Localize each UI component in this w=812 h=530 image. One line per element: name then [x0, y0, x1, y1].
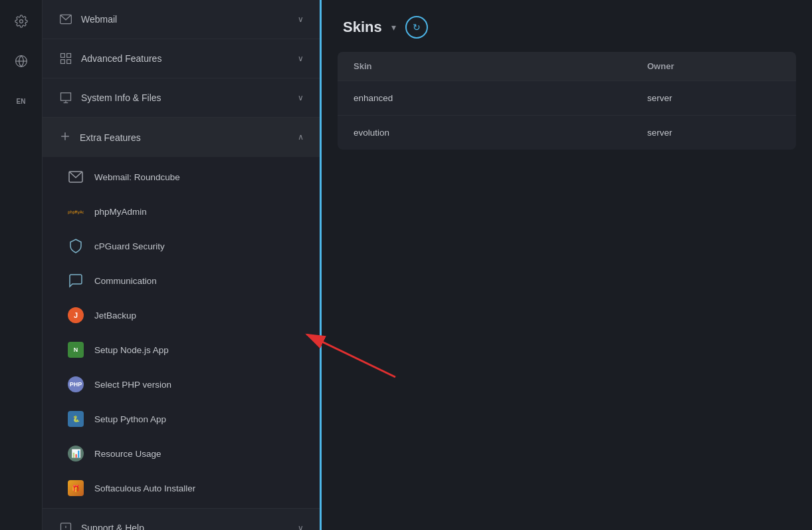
sidebar-item-python[interactable]: 🐍 Setup Python App [43, 402, 320, 436]
sidebar-section-advanced-header[interactable]: Advanced Features ∨ [43, 39, 320, 78]
sidebar-item-communication[interactable]: Communication [43, 263, 320, 298]
sysinfo-header-icon [58, 90, 73, 105]
sidebar-section-advanced: Advanced Features ∨ [43, 39, 320, 78]
skins-dropdown-chevron: ▾ [391, 22, 396, 33]
sidebar-item-webmail-roundcube[interactable]: Webmail: Roundcube [43, 160, 320, 194]
sidebar-item-softaculous[interactable]: 🎁 Softaculous Auto Installer [43, 471, 320, 505]
advanced-section-label: Advanced Features [81, 53, 161, 64]
php-version-label: Select PHP version [94, 380, 171, 390]
nodejs-label: Setup Node.js App [94, 345, 169, 355]
cpguard-icon [66, 237, 85, 255]
support-section-label: Support & Help [81, 523, 144, 530]
svg-rect-5 [67, 54, 71, 58]
resource-usage-label: Resource Usage [94, 449, 161, 459]
python-label: Setup Python App [94, 414, 166, 424]
svg-point-0 [19, 20, 23, 23]
webmail-header-icon [58, 12, 73, 27]
gear-nav-item[interactable] [8, 8, 35, 35]
communication-icon [66, 271, 85, 290]
php-icon: PHP [66, 375, 85, 394]
sidebar-item-cpguard[interactable]: cPGuard Security [43, 229, 320, 263]
extra-features-header[interactable]: Extra Features ∨ [43, 118, 320, 157]
language-selector[interactable]: EN [8, 88, 35, 114]
skin-name-enhanced: enhanced [354, 93, 647, 103]
sidebar-section-extra: Extra Features ∨ Webmail: Roundcube [43, 118, 320, 509]
svg-rect-6 [67, 60, 71, 64]
webmail-roundcube-label: Webmail: Roundcube [94, 172, 180, 182]
advanced-header-icon [58, 51, 73, 66]
nodejs-icon: N [66, 340, 85, 359]
sidebar-section-sysinfo-header[interactable]: System Info & Files ∨ [43, 78, 320, 117]
sidebar-item-resource-usage[interactable]: 📊 Resource Usage [43, 436, 320, 471]
softaculous-label: Softaculous Auto Installer [94, 483, 195, 493]
skin-owner-evolution: server [647, 128, 780, 138]
sidebar-section-sysinfo: System Info & Files ∨ [43, 78, 320, 118]
webmail-chevron: ∨ [298, 15, 304, 24]
table-row: evolution server [338, 116, 796, 150]
webmail-roundcube-icon [66, 168, 85, 186]
resource-usage-icon: 📊 [66, 444, 85, 463]
sidebar: Webmail ∨ Advanced Feature [43, 0, 322, 530]
sidebar-item-phpmyadmin[interactable]: phpMyAdmin phpMyAdmin [43, 194, 320, 229]
advanced-chevron: ∨ [298, 54, 304, 63]
refresh-button[interactable]: ↻ [405, 16, 428, 39]
main-content: Skins ▾ ↻ Skin Owner enhanced server evo… [322, 0, 812, 530]
skins-dropdown[interactable]: ▾ [391, 22, 396, 33]
support-header-icon [58, 521, 73, 530]
extra-features-label: Extra Features [80, 132, 141, 143]
sidebar-section-support: Support & Help ∨ [43, 509, 320, 530]
extra-features-header-icon [58, 130, 72, 145]
phpmyadmin-label: phpMyAdmin [94, 207, 147, 217]
skin-owner-enhanced: server [647, 93, 780, 103]
support-chevron: ∨ [298, 523, 304, 530]
sidebar-item-nodejs[interactable]: N Setup Node.js App [43, 332, 320, 367]
skins-header: Skins ▾ ↻ [322, 0, 812, 52]
python-icon: 🐍 [66, 410, 85, 428]
sysinfo-chevron: ∨ [298, 93, 304, 102]
svg-rect-7 [61, 60, 65, 64]
extra-features-subitems: Webmail: Roundcube phpMyAdmin phpMyAdmin [43, 157, 320, 508]
sidebar-section-support-header[interactable]: Support & Help ∨ [43, 509, 320, 530]
phpmyadmin-icon: phpMyAdmin [66, 202, 85, 221]
globe-nav-item[interactable] [8, 48, 35, 74]
jetbackup-icon: J [66, 306, 85, 325]
sysinfo-section-label: System Info & Files [81, 92, 161, 103]
skins-table: Skin Owner enhanced server evolution ser… [338, 52, 796, 150]
extra-features-chevron: ∨ [298, 133, 304, 142]
table-row: enhanced server [338, 81, 796, 116]
cpguard-label: cPGuard Security [94, 241, 165, 251]
skin-name-evolution: evolution [354, 128, 647, 138]
communication-label: Communication [94, 276, 157, 286]
sidebar-item-php-version[interactable]: PHP Select PHP version [43, 367, 320, 402]
sidebar-item-jetbackup[interactable]: J JetBackup [43, 298, 320, 332]
column-header-owner: Owner [647, 61, 780, 71]
refresh-icon: ↻ [413, 22, 421, 33]
softaculous-icon: 🎁 [66, 479, 85, 497]
icon-bar: EN [0, 0, 43, 530]
skins-title: Skins [343, 19, 382, 36]
svg-rect-4 [61, 54, 65, 58]
jetbackup-label: JetBackup [94, 311, 136, 321]
column-header-skin: Skin [354, 61, 647, 71]
webmail-section-label: Webmail [81, 14, 117, 25]
svg-text:phpMyAdmin: phpMyAdmin [68, 209, 84, 215]
table-header-row: Skin Owner [338, 52, 796, 81]
sidebar-section-webmail: Webmail ∨ [43, 0, 320, 39]
sidebar-section-webmail-header[interactable]: Webmail ∨ [43, 0, 320, 39]
